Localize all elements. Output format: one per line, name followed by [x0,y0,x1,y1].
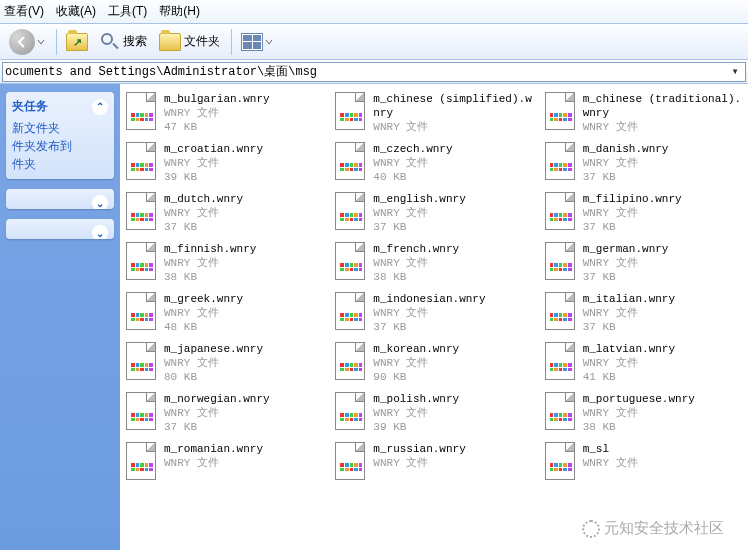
file-icon [335,442,369,482]
file-type: WNRY 文件 [373,206,465,220]
file-type: WNRY 文件 [373,456,465,470]
file-size: 90 KB [373,370,459,384]
file-name: m_latvian.wnry [583,342,675,356]
file-tile[interactable]: m_indonesian.wnryWNRY 文件37 KB [333,290,534,336]
file-name: m_sl [583,442,638,456]
file-name: m_danish.wnry [583,142,669,156]
address-bar: ocuments and Settings\Administrator\桌面\m… [0,60,748,84]
file-tile[interactable]: m_chinese (simplified).wnryWNRY 文件 [333,90,534,136]
address-path: ocuments and Settings\Administrator\桌面\m… [5,63,727,80]
search-icon [100,32,120,52]
tasks-title: 夹任务 [12,98,48,115]
file-name: m_bulgarian.wnry [164,92,270,106]
task-link[interactable]: 件夹 [12,155,108,173]
folder-up-icon: ↗ [66,33,88,51]
file-icon [126,192,160,232]
expand-icon[interactable]: ⌄ [92,225,108,239]
back-button[interactable] [4,26,50,58]
file-size: 48 KB [164,320,243,334]
file-tile[interactable]: m_bulgarian.wnryWNRY 文件47 KB [124,90,325,136]
file-icon [126,442,160,482]
file-tile[interactable]: m_french.wnryWNRY 文件38 KB [333,240,534,286]
file-size: 80 KB [164,370,263,384]
file-size: 40 KB [373,170,452,184]
task-link[interactable]: 件夹发布到 [12,137,108,155]
file-type: WNRY 文件 [373,256,459,270]
file-icon [545,392,579,432]
file-size: 39 KB [373,420,459,434]
chevron-down-icon [37,38,45,46]
file-size: 37 KB [373,220,465,234]
file-icon [545,142,579,182]
file-icon [335,392,369,432]
search-button[interactable]: 搜索 [95,29,152,55]
menu-help[interactable]: 帮助(H) [159,3,200,20]
up-button[interactable]: ↗ [61,30,93,54]
file-tile[interactable]: m_finnish.wnryWNRY 文件38 KB [124,240,325,286]
file-type: WNRY 文件 [164,156,263,170]
file-tile[interactable]: m_german.wnryWNRY 文件37 KB [543,240,744,286]
file-tile[interactable]: m_croatian.wnryWNRY 文件39 KB [124,140,325,186]
file-type: WNRY 文件 [373,406,459,420]
expand-icon[interactable]: ⌄ [92,195,108,209]
file-size: 37 KB [583,170,669,184]
file-name: m_indonesian.wnry [373,292,485,306]
folders-button[interactable]: 文件夹 [154,30,225,54]
file-size: 37 KB [164,220,243,234]
file-type: WNRY 文件 [164,406,270,420]
file-tile[interactable]: m_italian.wnryWNRY 文件37 KB [543,290,744,336]
sidebar-panel: ⌄ [6,219,114,239]
address-input[interactable]: ocuments and Settings\Administrator\桌面\m… [2,62,746,82]
file-size: 37 KB [373,320,485,334]
file-tile[interactable]: m_danish.wnryWNRY 文件37 KB [543,140,744,186]
file-type: WNRY 文件 [164,306,243,320]
task-link[interactable]: 新文件夹 [12,119,108,137]
file-tile[interactable]: m_portuguese.wnryWNRY 文件38 KB [543,390,744,436]
file-tile[interactable]: m_romanian.wnryWNRY 文件 [124,440,325,484]
file-tile[interactable]: m_latvian.wnryWNRY 文件41 KB [543,340,744,386]
file-tile[interactable]: m_korean.wnryWNRY 文件90 KB [333,340,534,386]
file-size: 37 KB [583,320,675,334]
file-icon [126,342,160,382]
file-icon [126,292,160,332]
file-tile[interactable]: m_dutch.wnryWNRY 文件37 KB [124,190,325,236]
collapse-icon[interactable]: ⌃ [92,99,108,115]
toolbar: ↗ 搜索 文件夹 [0,24,748,60]
file-tile[interactable]: m_polish.wnryWNRY 文件39 KB [333,390,534,436]
chevron-down-icon[interactable]: ▾ [727,64,743,79]
sidebar: 夹任务 ⌃ 新文件夹 件夹发布到 件夹 ⌄ ⌄ [0,84,120,550]
file-type: WNRY 文件 [164,106,270,120]
file-pane[interactable]: m_bulgarian.wnryWNRY 文件47 KBm_chinese (s… [120,84,748,550]
file-name: m_polish.wnry [373,392,459,406]
file-size: 37 KB [583,270,669,284]
file-size: WNRY 文件 [373,120,532,134]
file-tile[interactable]: m_norwegian.wnryWNRY 文件37 KB [124,390,325,436]
file-tile[interactable]: m_slWNRY 文件 [543,440,744,484]
file-size: 37 KB [583,220,682,234]
file-name: m_filipino.wnry [583,192,682,206]
file-name: m_dutch.wnry [164,192,243,206]
file-tile[interactable]: m_greek.wnryWNRY 文件48 KB [124,290,325,336]
menu-view[interactable]: 查看(V) [4,3,44,20]
file-name: m_norwegian.wnry [164,392,270,406]
file-type: WNRY 文件 [164,456,263,470]
file-icon [335,342,369,382]
file-tile[interactable]: m_russian.wnryWNRY 文件 [333,440,534,484]
file-tile[interactable]: m_english.wnryWNRY 文件37 KB [333,190,534,236]
menu-favorites[interactable]: 收藏(A) [56,3,96,20]
back-icon [9,29,35,55]
file-icon [335,292,369,332]
file-icon [126,242,160,282]
file-type: WNRY 文件 [583,406,695,420]
views-button[interactable] [236,30,278,54]
file-icon [545,242,579,282]
file-icon [545,442,579,482]
file-tile[interactable]: m_filipino.wnryWNRY 文件37 KB [543,190,744,236]
file-size: 37 KB [164,420,270,434]
file-tile[interactable]: m_japanese.wnryWNRY 文件80 KB [124,340,325,386]
file-size: 38 KB [373,270,459,284]
file-tile[interactable]: m_czech.wnryWNRY 文件40 KB [333,140,534,186]
file-tile[interactable]: m_chinese (traditional).wnryWNRY 文件 [543,90,744,136]
file-icon [545,92,579,132]
menu-tools[interactable]: 工具(T) [108,3,147,20]
